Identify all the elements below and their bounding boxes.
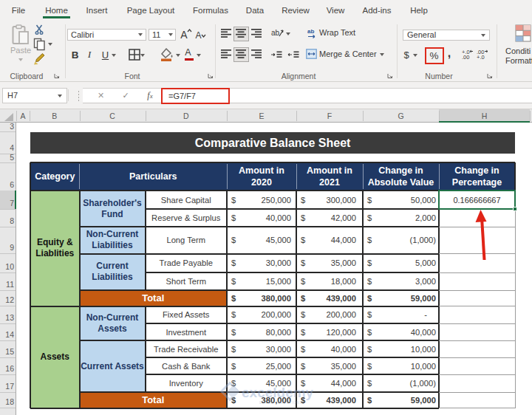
svg-text:.00: .00 (462, 54, 469, 61)
svg-text:ab: ab (271, 29, 280, 37)
svg-text:EXCEL · SOLUTIONS: EXCEL · SOLUTIONS (259, 401, 302, 405)
svg-text:ab: ab (307, 28, 314, 35)
svg-text:exceldemy: exceldemy (242, 385, 314, 400)
svg-text:+.0: +.0 (477, 54, 485, 61)
